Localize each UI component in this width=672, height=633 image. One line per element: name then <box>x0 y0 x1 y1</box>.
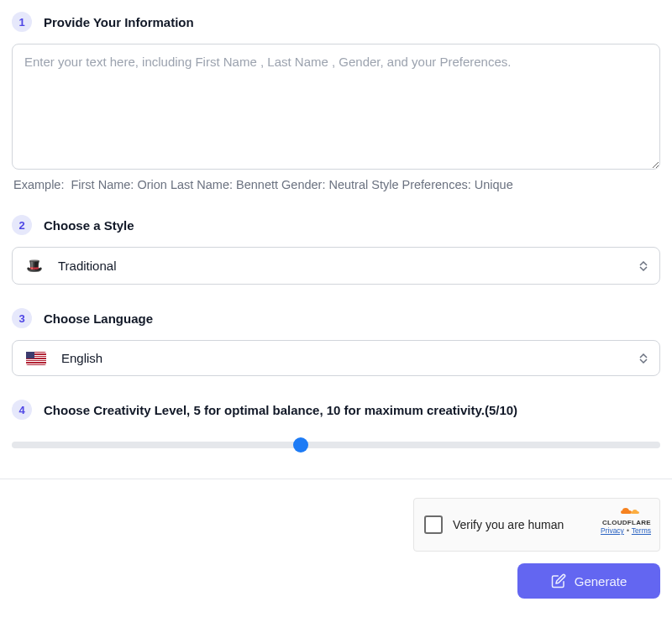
captcha-links: Privacy•Terms <box>601 526 651 535</box>
creativity-slider[interactable] <box>12 442 660 448</box>
example-row: Example: First Name: Orion Last Name: Be… <box>12 173 660 191</box>
step4-title: Choose Creativity Level, 5 for optimal b… <box>44 403 517 417</box>
step2-badge: 2 <box>12 215 32 235</box>
step1-header: 1 Provide Your Information <box>12 12 660 32</box>
chevron-updown-icon <box>639 261 648 271</box>
captcha-terms-link[interactable]: Terms <box>632 526 651 535</box>
style-select[interactable]: 🎩 Traditional <box>12 247 660 285</box>
chevron-updown-icon <box>639 353 648 364</box>
us-flag-icon <box>26 352 46 365</box>
step1-badge: 1 <box>12 12 32 32</box>
captcha-text: Verify you are human <box>453 518 564 531</box>
generate-label: Generate <box>575 574 627 589</box>
captcha-privacy-link[interactable]: Privacy <box>601 526 624 535</box>
step4-header: 4 Choose Creativity Level, 5 for optimal… <box>12 400 660 420</box>
captcha-widget: Verify you are human CLOUDFLARE Privacy•… <box>413 498 660 552</box>
section-divider <box>0 479 672 479</box>
step3-header: 3 Choose Language <box>12 308 660 328</box>
generate-button[interactable]: Generate <box>517 563 660 599</box>
footer: Verify you are human CLOUDFLARE Privacy•… <box>12 498 660 599</box>
language-selected-label: English <box>61 351 102 365</box>
step-provide-info: 1 Provide Your Information Example: Firs… <box>12 12 660 191</box>
step-creativity-level: 4 Choose Creativity Level, 5 for optimal… <box>12 400 660 455</box>
step4-badge: 4 <box>12 400 32 420</box>
info-textarea[interactable] <box>12 44 660 170</box>
captcha-brand-text: CLOUDFLARE <box>601 519 651 526</box>
top-hat-icon: 🎩 <box>26 258 43 274</box>
cloudflare-logo-icon <box>601 505 651 517</box>
step2-title: Choose a Style <box>44 218 134 233</box>
step3-title: Choose Language <box>44 311 153 326</box>
language-select[interactable]: English <box>12 340 660 376</box>
step-choose-language: 3 Choose Language English <box>12 308 660 376</box>
step3-badge: 3 <box>12 308 32 328</box>
captcha-checkbox[interactable] <box>424 515 443 534</box>
example-label: Example: <box>13 178 64 191</box>
edit-icon <box>551 573 566 589</box>
step-choose-style: 2 Choose a Style 🎩 Traditional <box>12 215 660 285</box>
style-selected-label: Traditional <box>58 259 116 273</box>
example-text: First Name: Orion Last Name: Bennett Gen… <box>71 178 512 191</box>
captcha-brand: CLOUDFLARE Privacy•Terms <box>601 505 651 535</box>
slider-wrap <box>12 432 660 455</box>
step1-title: Provide Your Information <box>44 15 194 29</box>
step2-header: 2 Choose a Style <box>12 215 660 235</box>
